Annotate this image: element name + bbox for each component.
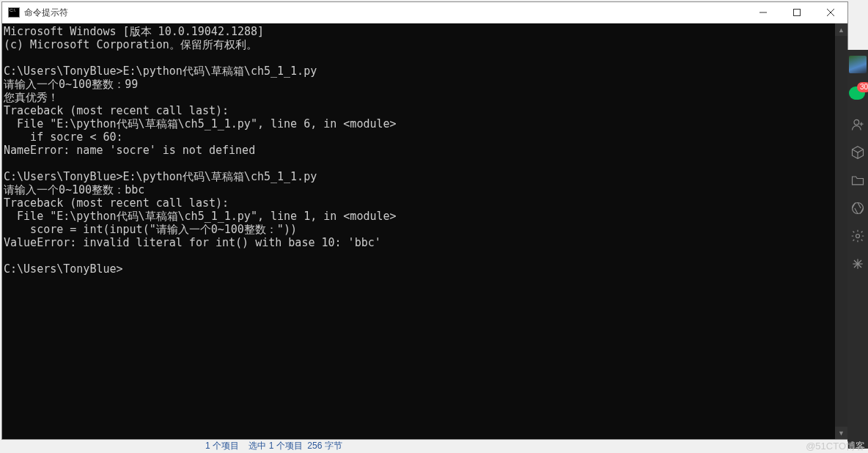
close-button[interactable] xyxy=(814,2,847,23)
console-output[interactable]: Microsoft Windows [版本 10.0.19042.1288] (… xyxy=(2,23,835,439)
dock-thumbnail[interactable] xyxy=(849,56,867,73)
vertical-scrollbar[interactable]: ▲ ▼ xyxy=(835,23,847,439)
aperture-icon[interactable] xyxy=(850,201,865,216)
window-title: 命令提示符 xyxy=(24,7,68,19)
minimize-button[interactable] xyxy=(746,2,780,23)
scroll-up-arrow[interactable]: ▲ xyxy=(835,23,847,36)
right-dock: 30 xyxy=(847,50,868,449)
maximize-button[interactable] xyxy=(780,2,814,23)
cube-icon[interactable] xyxy=(850,145,865,160)
cmd-icon xyxy=(8,7,20,18)
svg-point-4 xyxy=(854,119,859,125)
gear-icon[interactable] xyxy=(850,229,865,243)
svg-point-9 xyxy=(856,235,860,238)
status-bar-fragment: 1 个项目 选中 1 个项目 256 字节 xyxy=(205,440,342,452)
scroll-down-arrow[interactable]: ▼ xyxy=(835,427,847,439)
notification-badge: 30 xyxy=(857,82,868,92)
svg-rect-1 xyxy=(794,10,801,16)
cmd-window: 命令提示符 Microsoft Windows [版本 10.0.19042.1… xyxy=(1,1,848,440)
user-icon[interactable] xyxy=(850,117,865,132)
sparkle-icon[interactable] xyxy=(850,257,865,271)
console-area: Microsoft Windows [版本 10.0.19042.1288] (… xyxy=(2,23,847,439)
dock-chat-icon[interactable]: 30 xyxy=(849,86,867,104)
watermark-text: @51CTO博客 xyxy=(806,440,865,453)
titlebar[interactable]: 命令提示符 xyxy=(2,2,847,23)
folder-icon[interactable] xyxy=(850,173,865,188)
